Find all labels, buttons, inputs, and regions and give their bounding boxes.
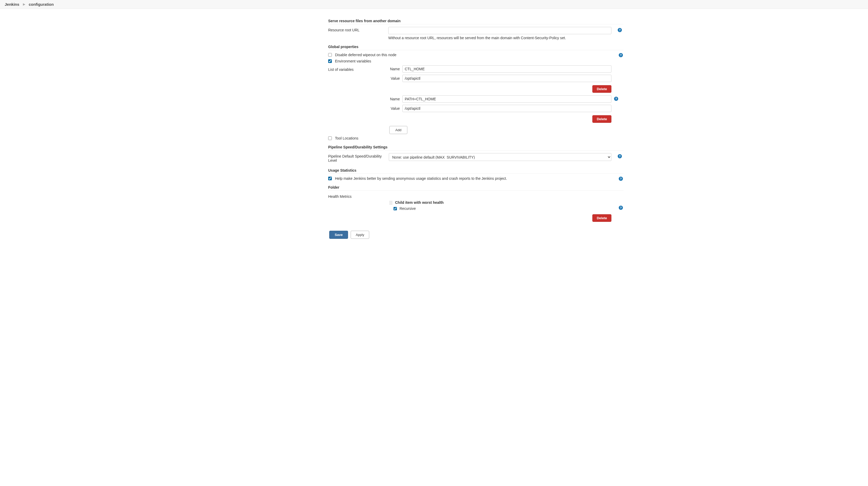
env-vars-checkbox[interactable] [328, 59, 332, 63]
pipeline-level-select[interactable]: None: use pipeline default (MAX_SURVIVAB… [389, 153, 612, 161]
breadcrumb: Jenkins ▶ configuration [0, 0, 868, 9]
chevron-right-icon: ▶ [23, 3, 25, 6]
apply-button[interactable]: Apply [351, 231, 369, 239]
help-icon[interactable]: ? [618, 154, 622, 158]
form-actions: Save Apply [329, 231, 623, 239]
row-usage-stats: Help make Jenkins better by sending anon… [328, 176, 623, 181]
row-tool-locations: Tool Locations [328, 136, 623, 140]
section-global-properties: Global properties [245, 45, 623, 49]
section-pipeline: Pipeline Speed/Durability Settings [245, 145, 623, 149]
delete-var-button[interactable]: Delete [592, 85, 612, 93]
delete-var-button[interactable]: Delete [592, 115, 612, 123]
label-value: Value [388, 107, 400, 111]
help-icon[interactable]: ? [619, 53, 623, 57]
label-list-variables: List of variables [328, 65, 388, 71]
env-var-value-input[interactable] [402, 105, 612, 112]
row-env-vars: Environment variables [328, 59, 623, 63]
row-resource-root-url: Resource root URL Without a resource roo… [328, 27, 623, 40]
section-folder: Folder [245, 185, 623, 189]
row-health-metrics: Health Metrics [328, 193, 623, 199]
label-value: Value [388, 76, 400, 81]
resource-root-url-input[interactable] [388, 27, 612, 34]
tool-locations-label: Tool Locations [335, 136, 359, 140]
metric-title: Child item with worst health [395, 201, 444, 205]
help-icon[interactable]: ? [614, 97, 618, 101]
recursive-label: Recursive [400, 206, 416, 211]
row-var-list: List of variables Name Value Delete Name [328, 65, 623, 124]
help-icon[interactable]: ? [618, 28, 622, 32]
recursive-checkbox[interactable] [394, 207, 397, 210]
save-button[interactable]: Save [329, 231, 348, 239]
health-metric-block: Child item with worst health Recursive ?… [389, 200, 623, 222]
help-icon[interactable]: ? [619, 177, 623, 181]
env-var-entry: Name Value Delete ? [388, 95, 612, 123]
section-rule [328, 150, 623, 151]
env-var-value-input[interactable] [402, 75, 612, 82]
row-disable-wipeout: Disable deferred wipeout on this node ? [328, 53, 623, 57]
section-rule [328, 24, 623, 24]
resource-root-url-hint: Without a resource root URL, resources w… [388, 36, 612, 40]
section-rule [328, 174, 623, 174]
env-var-entry: Name Value Delete [388, 65, 612, 93]
section-rule [328, 190, 623, 191]
disable-wipeout-label: Disable deferred wipeout on this node [335, 53, 396, 57]
tool-locations-checkbox[interactable] [328, 136, 332, 140]
env-var-name-input[interactable] [402, 65, 612, 73]
label-resource-root-url: Resource root URL [328, 27, 388, 32]
section-rule [328, 50, 623, 50]
section-usage: Usage Statistics [245, 168, 623, 173]
label-name: Name [388, 67, 400, 71]
label-pipeline-level: Pipeline Default Speed/Durability Level [328, 153, 389, 162]
section-serve-resource: Serve resource files from another domain [245, 19, 623, 23]
add-var-button[interactable]: Add [389, 126, 407, 134]
help-icon[interactable]: ? [619, 206, 623, 210]
row-pipeline-level: Pipeline Default Speed/Durability Level … [328, 153, 623, 162]
drag-handle-icon[interactable] [389, 201, 393, 205]
env-vars-label: Environment variables [335, 59, 371, 63]
usage-stats-checkbox[interactable] [328, 177, 332, 180]
delete-metric-button[interactable]: Delete [592, 214, 612, 222]
config-form: Serve resource files from another domain… [245, 9, 623, 249]
env-var-name-input[interactable] [402, 95, 612, 103]
breadcrumb-root[interactable]: Jenkins [5, 2, 19, 6]
breadcrumb-current[interactable]: configuration [29, 2, 54, 6]
disable-wipeout-checkbox[interactable] [328, 53, 332, 57]
label-name: Name [388, 97, 400, 101]
label-health-metrics: Health Metrics [328, 193, 388, 199]
usage-stats-label: Help make Jenkins better by sending anon… [335, 176, 507, 181]
